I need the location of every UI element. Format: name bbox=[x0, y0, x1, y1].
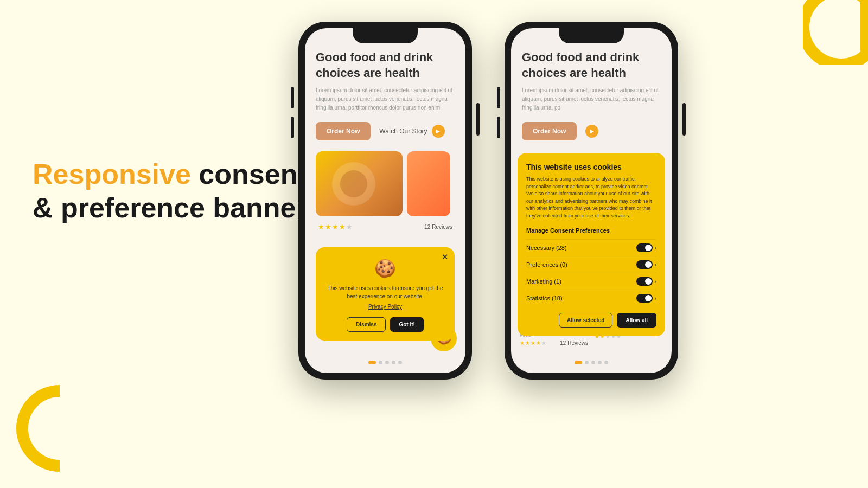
toggle-statistics[interactable] bbox=[636, 294, 653, 303]
pref-row-necessary: Necessary (28) › bbox=[526, 239, 656, 256]
chevron-preferences: › bbox=[655, 262, 656, 268]
manage-consent-title: Manage Consent Preferences bbox=[526, 227, 656, 234]
phone2-dot-2 bbox=[585, 361, 589, 364]
pref-panel-desc: This website is using cookies to analyze… bbox=[526, 176, 656, 220]
phone-2-title: Good food and drink choices are health bbox=[522, 50, 661, 81]
phone2-play-icon: ▶ bbox=[585, 125, 598, 138]
deco-bottom-left bbox=[16, 385, 103, 472]
chevron-statistics: › bbox=[655, 296, 656, 301]
pref-row-statistics: Statistics (18) › bbox=[526, 290, 656, 306]
deco-right-stripe bbox=[860, 0, 868, 54]
allow-all-button[interactable]: Allow all bbox=[617, 313, 656, 328]
pref-preferences-toggle[interactable]: › bbox=[636, 260, 656, 269]
phone2-order-button[interactable]: Order Now bbox=[522, 122, 577, 140]
cookie-close-button[interactable]: ✕ bbox=[442, 253, 448, 261]
pref-marketing-label: Marketing (1) bbox=[526, 278, 561, 285]
phone-2-body: Lorem ipsum dolor sit amet, consectetur … bbox=[522, 86, 661, 112]
phone2-dot-4 bbox=[598, 361, 602, 364]
rating-row-1: ★★★★★ 12 Reviews bbox=[316, 223, 455, 231]
pref-necessary-label: Necessary (28) bbox=[526, 245, 567, 251]
cookie-actions: Dismiss Got it! bbox=[324, 317, 446, 332]
pref-row-preferences: Preferences (0) › bbox=[526, 256, 656, 273]
dot-1 bbox=[368, 361, 376, 364]
phone-1-notch bbox=[353, 28, 418, 43]
dot-3 bbox=[385, 361, 389, 364]
power-btn bbox=[476, 103, 480, 136]
toggle-preferences[interactable] bbox=[636, 260, 653, 269]
pref-row-marketing: Marketing (1) › bbox=[526, 273, 656, 290]
phone-2: Good food and drink choices are health L… bbox=[505, 22, 678, 380]
chevron-marketing: › bbox=[655, 279, 656, 285]
cookie-banner: ✕ 🍪 This website uses cookies to ensure … bbox=[316, 247, 455, 341]
play-icon: ▶ bbox=[432, 125, 445, 138]
vol-down-btn bbox=[291, 117, 294, 138]
phone-2-screen: Good food and drink choices are health L… bbox=[511, 28, 672, 373]
order-now-button[interactable]: Order Now bbox=[316, 122, 371, 140]
phone-1-buttons: Order Now Watch Our Story ▶ bbox=[316, 122, 455, 140]
dot-2 bbox=[379, 361, 382, 364]
phone2-dot-3 bbox=[591, 361, 595, 364]
deco-top-right bbox=[803, 0, 868, 65]
food-images bbox=[316, 151, 455, 216]
phone2-vol-down bbox=[497, 117, 500, 138]
phone-1-title: Good food and drink choices are health bbox=[316, 50, 455, 81]
phone-1-screen: Good food and drink choices are health L… bbox=[305, 28, 465, 373]
chevron-necessary: › bbox=[655, 245, 656, 251]
cookie-text: This website uses cookies to ensure you … bbox=[324, 284, 446, 300]
phone-2-dots bbox=[575, 361, 608, 364]
phone-1-body: Lorem ipsum dolor sit amet, consectetur … bbox=[316, 86, 455, 112]
pref-preferences-label: Preferences (0) bbox=[526, 261, 567, 268]
phone-2-buttons: Order Now ▶ bbox=[522, 122, 661, 140]
phone2-vol-up bbox=[497, 87, 500, 108]
preferences-panel: This website uses cookies This website i… bbox=[518, 153, 665, 336]
phone2-dot-5 bbox=[604, 361, 608, 364]
phone2-power bbox=[682, 103, 686, 136]
food-card-1-stars: ★★★★★ bbox=[520, 340, 547, 346]
phone-1: Good food and drink choices are health L… bbox=[298, 22, 472, 380]
food-image-large bbox=[316, 151, 403, 216]
gotit-button[interactable]: Got it! bbox=[390, 317, 423, 332]
phones-container: Good food and drink choices are health L… bbox=[298, 22, 678, 380]
dot-5 bbox=[398, 361, 402, 364]
food-card-1-reviews: 12 Reviews bbox=[560, 340, 588, 346]
toggle-necessary[interactable] bbox=[636, 243, 653, 252]
privacy-policy-link[interactable]: Privacy Policy bbox=[324, 304, 446, 310]
toggle-marketing[interactable] bbox=[636, 277, 653, 286]
pref-statistics-toggle[interactable]: › bbox=[636, 294, 656, 303]
hero-text: Responsive consent & preference banner bbox=[33, 157, 315, 225]
phone-2-notch bbox=[559, 28, 624, 43]
allow-selected-button[interactable]: Allow selected bbox=[559, 313, 612, 328]
dot-4 bbox=[392, 361, 395, 364]
heading-highlight: Responsive bbox=[33, 158, 191, 190]
pref-necessary-toggle[interactable]: › bbox=[636, 243, 656, 252]
pref-actions: Allow selected Allow all bbox=[526, 313, 656, 328]
phone-1-dots bbox=[368, 361, 402, 364]
phone2-dot-1 bbox=[575, 361, 582, 364]
dismiss-button[interactable]: Dismiss bbox=[347, 317, 386, 332]
watch-story-label: Watch Our Story bbox=[379, 127, 427, 135]
pref-panel-title: This website uses cookies bbox=[526, 163, 656, 171]
heading-part2: consent bbox=[199, 158, 307, 190]
pref-marketing-toggle[interactable]: › bbox=[636, 277, 656, 286]
stars-1: ★★★★★ bbox=[318, 223, 353, 231]
pref-statistics-label: Statistics (18) bbox=[526, 295, 563, 301]
watch-story-button[interactable]: Watch Our Story ▶ bbox=[379, 125, 444, 138]
cookie-icon: 🍪 bbox=[324, 258, 446, 279]
food-image-small bbox=[407, 151, 450, 216]
heading-part3: & preference banner bbox=[33, 192, 307, 223]
food-card-1-rating: ★★★★★ 12 Reviews bbox=[520, 340, 588, 346]
vol-up-btn bbox=[291, 87, 294, 108]
reviews-text-1: 12 Reviews bbox=[424, 224, 452, 230]
